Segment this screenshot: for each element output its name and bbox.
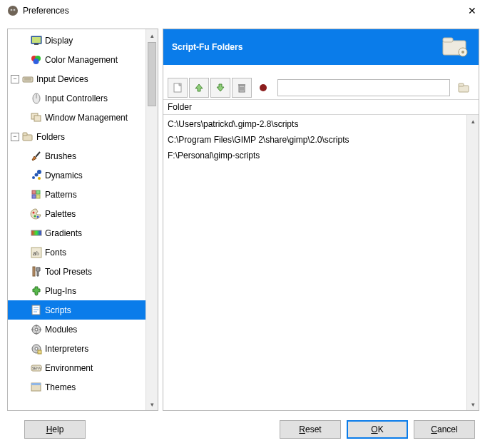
svg-point-44 (35, 347, 38, 350)
move-down-button[interactable] (210, 78, 230, 98)
tree-item-label: Interpreters (44, 344, 88, 354)
tree-item-patterns[interactable]: Patterns (8, 185, 146, 204)
tree-item-themes[interactable]: Themes (8, 377, 146, 397)
svg-rect-17 (34, 116, 41, 121)
folder-row[interactable]: F:\Personal\gimp-scripts (168, 148, 462, 163)
tree-item-label: Themes (44, 382, 76, 392)
svg-rect-28 (36, 195, 40, 198)
folders-icon (21, 131, 35, 143)
svg-point-31 (37, 215, 39, 218)
colormgmt-icon (29, 54, 44, 66)
scroll-up-icon[interactable]: ▴ (467, 115, 479, 127)
titlebar: Preferences ✕ (0, 0, 485, 21)
svg-point-23 (37, 170, 41, 174)
app-icon (7, 5, 19, 16)
brushes-icon (29, 150, 44, 163)
tree-item-dynamics[interactable]: Dynamics (8, 166, 146, 185)
cancel-button[interactable]: Cancel (414, 420, 475, 439)
svg-point-22 (35, 173, 39, 176)
fonts-icon: ab (29, 246, 44, 259)
close-icon[interactable]: ✕ (451, 5, 479, 16)
scroll-down-icon[interactable]: ▾ (146, 398, 158, 410)
tree-scrollbar[interactable]: ▴ ▾ (146, 29, 158, 410)
tree-item-brushes[interactable]: Brushes (8, 146, 146, 166)
folder-column-header[interactable]: Folder (163, 99, 479, 115)
scroll-up-icon[interactable]: ▴ (146, 29, 158, 41)
svg-text:$ENV: $ENV (32, 366, 42, 370)
svg-point-3 (11, 9, 11, 10)
panel-banner: Script-Fu Folders (163, 29, 479, 65)
tree-item-windowmgmt[interactable]: Window Management (8, 108, 146, 127)
svg-point-4 (14, 9, 14, 10)
tree-item-label: Window Management (44, 113, 128, 123)
folder-row[interactable]: C:\Users\patrickd\.gimp-2.8\scripts (168, 116, 462, 132)
themes-icon (29, 381, 44, 394)
ok-button[interactable]: OK (347, 420, 408, 439)
list-scrollbar[interactable]: ▴ ▾ (466, 115, 479, 410)
tree-item-palettes[interactable]: Palettes (8, 204, 146, 223)
patterns-icon (29, 188, 44, 201)
svg-point-42 (35, 328, 38, 331)
scroll-down-icon[interactable]: ▾ (467, 398, 479, 410)
tree-item-modules[interactable]: Modules (8, 320, 146, 339)
tree-item-label: Dynamics (44, 170, 83, 180)
browse-button[interactable] (454, 78, 474, 98)
tree-item-colormgmt[interactable]: Color Management (8, 50, 146, 69)
tree-item-folders[interactable]: −Folders (8, 127, 146, 146)
gradients-icon (29, 227, 44, 240)
palettes-icon (29, 208, 44, 220)
move-up-button[interactable] (189, 78, 209, 98)
help-button[interactable]: Help (24, 420, 86, 439)
tree-item-label: Modules (44, 325, 77, 335)
svg-point-29 (33, 211, 35, 213)
tree-item-label: Input Devices (35, 74, 88, 84)
tree-item-inputctrl[interactable]: Input Controllers (8, 88, 146, 108)
tree-item-label: Patterns (44, 190, 77, 200)
reset-button[interactable]: Reset (280, 420, 341, 439)
svg-rect-7 (34, 44, 39, 45)
folder-list: C:\Users\patrickd\.gimp-2.8\scriptsC:\Pr… (163, 115, 479, 410)
svg-rect-19 (23, 133, 27, 136)
tree-item-toolpresets[interactable]: Tool Presets (8, 262, 146, 281)
tree-item-env[interactable]: $ENVEnvironment (8, 358, 146, 377)
svg-rect-36 (33, 267, 35, 276)
svg-rect-25 (32, 190, 36, 194)
toolpresets-icon (29, 265, 44, 278)
svg-point-30 (34, 215, 36, 217)
svg-rect-45 (38, 350, 41, 354)
delete-entry-button[interactable] (232, 78, 252, 98)
tree-item-plugins[interactable]: Plug-Ins (8, 281, 146, 300)
tree-item-label: Gradients (44, 228, 82, 238)
inputctrl-icon (29, 92, 44, 105)
svg-rect-62 (459, 83, 464, 86)
svg-text:b: b (36, 250, 39, 257)
tree-item-fonts[interactable]: abFonts (8, 243, 146, 262)
tree-item-label: Folders (35, 132, 65, 142)
collapse-icon[interactable]: − (11, 133, 19, 141)
display-icon (29, 34, 44, 47)
folder-path-input[interactable] (277, 79, 450, 96)
svg-rect-49 (31, 383, 41, 385)
svg-point-60 (260, 84, 267, 91)
folder-toolbar (163, 76, 479, 99)
tree-item-label: Scripts (44, 305, 71, 315)
svg-point-53 (461, 51, 464, 54)
tree-item-label: Environment (44, 363, 93, 373)
folder-row[interactable]: C:\Program Files\GIMP 2\share\gimp\2.0\s… (168, 132, 462, 148)
collapse-icon[interactable]: − (11, 75, 19, 83)
tree-item-display[interactable]: Display (8, 31, 146, 50)
tree-item-scripts[interactable]: Scripts (8, 300, 146, 320)
tree-item-interp[interactable]: Interpreters (8, 339, 146, 358)
workarea: DisplayColor Management−Input DevicesInp… (0, 21, 485, 411)
dynamics-icon (29, 169, 44, 182)
scrollbar-thumb[interactable] (148, 42, 156, 106)
tree-item-inputdev[interactable]: −Input Devices (8, 69, 146, 88)
new-entry-button[interactable] (168, 78, 188, 98)
preferences-tree: DisplayColor Management−Input DevicesInp… (7, 29, 158, 411)
svg-rect-56 (238, 84, 245, 86)
dialog-buttons: Help Reset OK Cancel (0, 411, 485, 448)
tree-item-label: Fonts (44, 248, 66, 258)
tree-item-gradients[interactable]: Gradients (8, 223, 146, 243)
svg-rect-6 (32, 37, 41, 43)
svg-rect-32 (31, 230, 41, 235)
